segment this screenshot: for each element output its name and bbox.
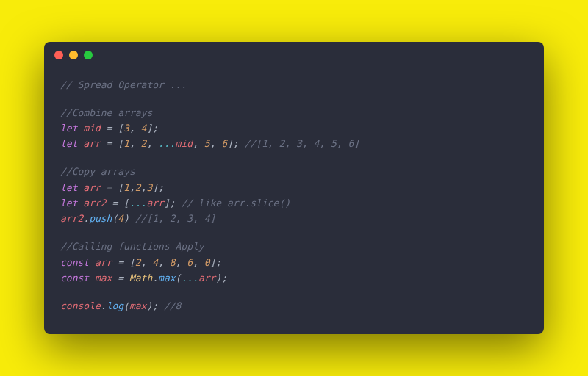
comment: //Copy arrays [60,166,135,177]
code-line: let mid = [3, 4]; [60,120,528,136]
blank-line [60,152,528,164]
code-line: console.log(max); //8 [60,298,528,314]
close-icon[interactable] [54,51,63,59]
code-window: // Spread Operator ... //Combine arrays … [44,42,544,334]
comment: //Combine arrays [60,107,152,118]
minimize-icon[interactable] [69,51,78,59]
code-line: let arr = [1, 2, ...mid, 5, 6]; //[1, 2,… [60,136,528,151]
code-line: const max = Math.max(...arr); [60,270,528,286]
window-titlebar [44,42,544,68]
code-line: //Combine arrays [60,105,528,120]
code-line: let arr = [1,2,3]; [60,180,528,195]
code-line: //Calling functions Apply [60,239,528,254]
comment: //Calling functions Apply [60,241,204,252]
code-line: //Copy arrays [60,164,528,179]
blank-line [60,93,528,104]
code-line: let arr2 = [...arr]; // like arr.slice() [60,195,528,211]
code-line: const arr = [2, 4, 8, 6, 0]; [60,255,528,270]
blank-line [60,227,528,239]
code-line: arr2.push(4) //[1, 2, 3, 4] [60,211,528,226]
code-line: // Spread Operator ... [60,77,528,93]
code-editor: // Spread Operator ... //Combine arrays … [44,68,544,334]
maximize-icon[interactable] [84,51,93,59]
comment: // Spread Operator ... [60,79,187,90]
blank-line [60,286,528,297]
